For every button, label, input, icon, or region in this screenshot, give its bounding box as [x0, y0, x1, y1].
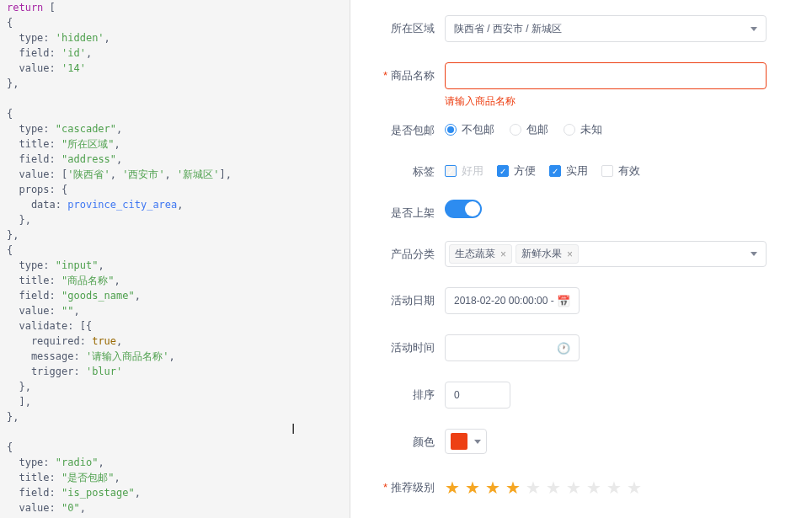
field-goods-name: *商品名称 请输入商品名称 [361, 62, 799, 109]
checkbox-box-icon: ✓ [445, 165, 457, 177]
field-date: 活动日期 2018-02-20 00:00:00 - 📅 [361, 287, 799, 314]
select-category[interactable]: 生态蔬菜×新鲜水果× [445, 241, 767, 267]
checkbox-label: 方便 [514, 163, 536, 179]
switch-onshelf[interactable] [445, 200, 482, 218]
star-icon[interactable]: ★ [485, 478, 500, 498]
form-panel: 所在区域 陕西省 / 西安市 / 新城区 *商品名称 请输入商品名称 是否包邮 … [350, 0, 812, 518]
radio-circle-icon [445, 124, 457, 136]
star-icon[interactable]: ★ [505, 478, 521, 498]
star-icon[interactable]: ★ [606, 478, 622, 498]
select-tag: 生态蔬菜× [449, 244, 512, 264]
label-color: 颜色 [361, 429, 445, 450]
checkbox-tag: ✓好用 [445, 163, 483, 179]
field-color: 颜色 [361, 429, 799, 454]
code-block: return [{ type: 'hidden', field: 'id', v… [7, 0, 344, 515]
select-tag: 新鲜水果× [516, 244, 579, 264]
radio-label: 未知 [580, 122, 602, 137]
switch-handle [465, 201, 480, 216]
rating-widget[interactable]: ★★★★★★★★★★ [445, 474, 799, 498]
error-goods-name: 请输入商品名称 [445, 94, 799, 109]
checkbox-label: 好用 [462, 163, 483, 179]
field-onshelf: 是否上架 [361, 200, 799, 221]
checkbox-box-icon [601, 165, 613, 177]
label-date: 活动日期 [361, 287, 445, 308]
star-icon[interactable]: ★ [586, 478, 601, 498]
cascader-value: 陕西省 / 西安市 / 新城区 [454, 22, 562, 36]
number-input-sort[interactable]: 0 [445, 382, 510, 409]
close-icon[interactable]: × [500, 248, 506, 260]
label-rating: *推荐级别 [361, 474, 445, 495]
radio-postage-option[interactable]: 未知 [564, 122, 602, 137]
label-sort: 排序 [361, 382, 445, 403]
star-icon[interactable]: ★ [566, 478, 581, 498]
field-postage: 是否包邮 不包邮包邮未知 [361, 117, 799, 138]
label-goods-name: *商品名称 [361, 62, 445, 83]
star-icon[interactable]: ★ [445, 478, 460, 498]
clock-icon: 🕐 [557, 342, 570, 355]
star-icon[interactable]: ★ [465, 478, 480, 498]
radio-postage-option[interactable]: 不包邮 [445, 122, 494, 137]
star-icon[interactable]: ★ [526, 478, 541, 498]
radio-circle-icon [564, 124, 575, 136]
number-value: 0 [454, 389, 460, 401]
radio-postage-option[interactable]: 包邮 [510, 122, 548, 137]
chevron-down-icon [751, 252, 757, 256]
text-cursor-icon: I [291, 422, 295, 437]
calendar-icon: 📅 [557, 295, 570, 307]
color-swatch [451, 433, 467, 450]
checkbox-tag[interactable]: ✓方便 [497, 163, 536, 179]
label-time: 活动时间 [361, 334, 445, 355]
close-icon[interactable]: × [567, 248, 573, 260]
field-category: 产品分类 生态蔬菜×新鲜水果× [361, 241, 799, 267]
checkbox-box-icon: ✓ [549, 165, 561, 177]
star-icon[interactable]: ★ [546, 478, 561, 498]
label-category: 产品分类 [361, 241, 445, 262]
radio-label: 不包邮 [462, 122, 494, 137]
color-picker[interactable] [445, 429, 487, 454]
datepicker-activity[interactable]: 2018-02-20 00:00:00 - 📅 [445, 287, 580, 314]
checkbox-tag[interactable]: 有效 [601, 163, 640, 179]
datepicker-value: 2018-02-20 00:00:00 - [454, 295, 554, 307]
checkbox-box-icon: ✓ [497, 165, 509, 177]
radio-label: 包邮 [526, 122, 548, 137]
field-rating: *推荐级别 ★★★★★★★★★★ [361, 474, 799, 498]
star-icon[interactable]: ★ [627, 478, 642, 498]
label-tags: 标签 [361, 158, 445, 179]
field-sort: 排序 0 [361, 382, 799, 409]
checkbox-group-tags: ✓好用✓方便✓实用有效 [445, 158, 799, 179]
label-area: 所在区域 [361, 15, 445, 36]
chevron-down-icon [751, 27, 757, 31]
radio-group-postage: 不包邮包邮未知 [445, 117, 799, 137]
label-postage: 是否包邮 [361, 117, 445, 138]
category-tags: 生态蔬菜×新鲜水果× [449, 244, 579, 264]
checkbox-label: 实用 [566, 163, 588, 179]
chevron-down-icon [474, 440, 481, 444]
input-goods-name[interactable] [445, 62, 767, 89]
checkbox-tag[interactable]: ✓实用 [549, 163, 588, 179]
field-area: 所在区域 陕西省 / 西安市 / 新城区 [361, 15, 799, 42]
label-onshelf: 是否上架 [361, 200, 445, 221]
timepicker-activity[interactable]: 🕐 [445, 334, 580, 361]
field-time: 活动时间 🕐 [361, 334, 799, 361]
field-tags: 标签 ✓好用✓方便✓实用有效 [361, 158, 799, 179]
cascader-area[interactable]: 陕西省 / 西安市 / 新城区 [445, 15, 767, 42]
code-panel: return [{ type: 'hidden', field: 'id', v… [0, 0, 350, 518]
checkbox-label: 有效 [618, 163, 640, 179]
radio-circle-icon [510, 124, 521, 136]
